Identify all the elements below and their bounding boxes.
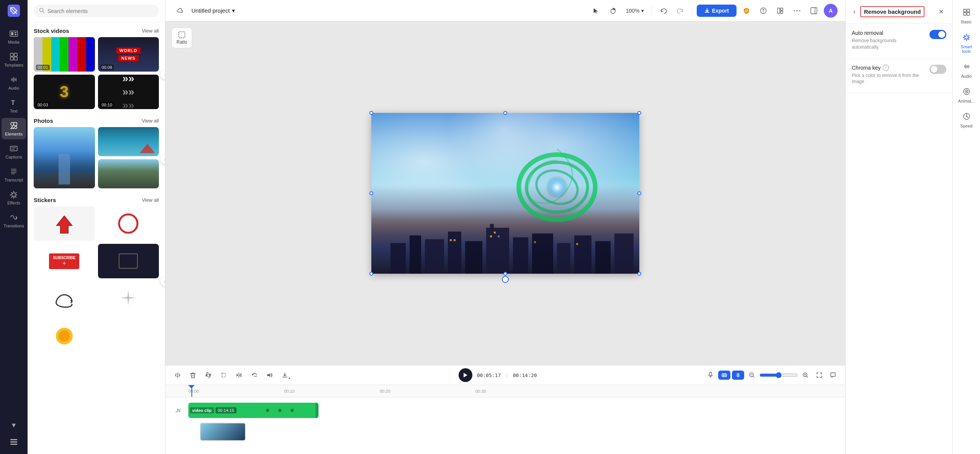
app-logo[interactable] [8, 5, 20, 18]
video-thumb-4[interactable]: »» »» »» 00:10 [98, 75, 159, 109]
sidebar-collapse-btn[interactable]: ▾ [2, 417, 26, 433]
project-name[interactable]: Untitled project ▾ [191, 7, 235, 14]
handle-right-mid[interactable] [637, 191, 641, 195]
transcript-icon [9, 167, 18, 176]
auto-removal-toggle[interactable] [929, 30, 946, 39]
handle-top-right[interactable] [637, 111, 641, 115]
ratio-btn[interactable]: Ratio [172, 28, 192, 48]
right-sidebar-item-audio[interactable]: Audio [954, 59, 979, 82]
photo-3[interactable] [98, 159, 159, 188]
svg-rect-59 [454, 239, 456, 241]
sticker-7[interactable] [34, 319, 95, 353]
help-btn[interactable] [756, 4, 770, 18]
selection-tool-btn[interactable] [589, 4, 603, 18]
play-btn[interactable] [459, 368, 472, 382]
layout-btn[interactable] [773, 4, 787, 18]
shield-btn[interactable] [740, 4, 753, 18]
image-clip-block[interactable] [200, 423, 246, 441]
photos-view-all[interactable]: View all [142, 118, 159, 124]
track-clip-btn-1[interactable] [718, 371, 730, 380]
menu-icon [9, 437, 18, 446]
reverse-tool-btn[interactable] [248, 369, 260, 381]
handle-bottom-right[interactable] [637, 272, 641, 276]
sidebar-item-transcript[interactable]: Transcript [2, 164, 26, 185]
crop-tool-btn[interactable] [217, 369, 230, 381]
photos-next-btn[interactable]: › [160, 155, 165, 164]
handle-bottom-mid[interactable] [503, 272, 507, 276]
timeline-area: 00:00 00:10 00:20 00:30 [165, 385, 845, 454]
image-track-row [165, 420, 845, 440]
stock-videos-view-all[interactable]: View all [142, 28, 159, 34]
sidebar-item-audio[interactable]: Audio [2, 72, 26, 93]
sidebar-bottom-icon[interactable] [2, 434, 26, 449]
video-thumb-3[interactable]: 3 00:03 [34, 75, 95, 109]
right-sidebar-item-speed[interactable]: Speed [954, 109, 979, 132]
chroma-key-info-icon[interactable]: i [883, 65, 889, 71]
sidebar-item-media[interactable]: Media [2, 26, 26, 47]
video-canvas[interactable] [371, 113, 639, 274]
zoom-plus-btn[interactable] [799, 369, 812, 381]
chroma-key-thumb [931, 66, 938, 73]
fullscreen-btn[interactable] [813, 369, 825, 381]
split-tool-btn[interactable] [172, 369, 184, 381]
svg-rect-3 [11, 32, 13, 35]
right-sidebar-item-smart-tools[interactable]: Smart tools [954, 29, 979, 57]
auto-removal-desc: Remove backgrounds automatically. [852, 38, 925, 51]
download-tool-btn[interactable]: ▾ [279, 369, 291, 381]
search-input-wrap[interactable] [34, 5, 159, 17]
photo-1[interactable] [34, 127, 95, 188]
chroma-key-toggle[interactable] [929, 65, 946, 74]
photo-2[interactable] [98, 127, 159, 156]
sticker-3[interactable]: SUBSCRIBE + [34, 244, 95, 278]
mic-btn[interactable] [704, 369, 717, 381]
handle-top-mid[interactable] [503, 111, 507, 115]
search-input[interactable] [47, 8, 154, 14]
handle-top-left[interactable] [369, 111, 373, 115]
stickers-next-btn[interactable]: › [160, 277, 165, 286]
sidebar-item-transitions[interactable]: Transitions [2, 210, 26, 231]
sidebar-item-captions[interactable]: Captions [2, 141, 26, 162]
volume-tool-btn[interactable] [263, 369, 276, 381]
sidebar-item-text[interactable]: T Text [2, 95, 26, 116]
handle-left-mid[interactable] [369, 191, 373, 195]
zoom-control[interactable]: 100% ▾ [623, 6, 647, 15]
svg-rect-12 [14, 122, 17, 126]
handle-bottom-left[interactable] [369, 272, 373, 276]
rotate-handle[interactable] [502, 276, 509, 283]
sticker-4[interactable] [98, 244, 159, 278]
sticker-1[interactable] [34, 206, 95, 241]
playhead[interactable] [191, 385, 192, 397]
more-btn[interactable] [790, 4, 804, 18]
sticker-6[interactable] [98, 281, 159, 316]
undo-btn[interactable] [657, 4, 670, 18]
zoom-slider[interactable] [760, 372, 798, 378]
hand-tool-btn[interactable] [606, 4, 620, 18]
video-thumb-1[interactable]: 00:01 [34, 37, 95, 72]
user-avatar[interactable]: A [824, 4, 838, 18]
stock-videos-next-btn[interactable]: › [160, 70, 165, 79]
sidebar-item-elements[interactable]: Elements [2, 118, 26, 139]
sidebar-toggle-btn[interactable] [807, 4, 821, 18]
flip-tool-btn[interactable] [233, 369, 245, 381]
sticker-5[interactable] [34, 281, 95, 316]
video-thumb-2[interactable]: WORLD NEWS 00:08 [98, 37, 159, 72]
redo-btn[interactable] [673, 4, 687, 18]
export-btn[interactable]: Export [697, 5, 737, 17]
back-btn[interactable]: ‹ [852, 6, 857, 17]
right-sidebar-item-animate[interactable]: Animat... [954, 84, 979, 107]
loop-tool-btn[interactable] [202, 369, 214, 381]
zoom-minus-btn[interactable] [746, 369, 758, 381]
ruler-mark-3: 00:30 [475, 389, 486, 394]
close-panel-btn[interactable]: ✕ [936, 7, 946, 17]
stickers-view-all[interactable]: View all [142, 197, 159, 203]
right-audio-icon [963, 63, 970, 72]
cloud-save-btn[interactable] [173, 4, 187, 18]
delete-tool-btn[interactable] [187, 369, 199, 381]
video-clip-block[interactable]: video clip 00:14:15 [188, 403, 318, 418]
comment-btn[interactable] [827, 369, 839, 381]
right-sidebar-item-basic[interactable]: Basic [954, 5, 979, 28]
sidebar-item-effects[interactable]: Effects [2, 187, 26, 208]
sticker-2[interactable] [98, 206, 159, 241]
track-clip-btn-2[interactable] [732, 371, 744, 380]
sidebar-item-templates[interactable]: Templates [2, 49, 26, 70]
